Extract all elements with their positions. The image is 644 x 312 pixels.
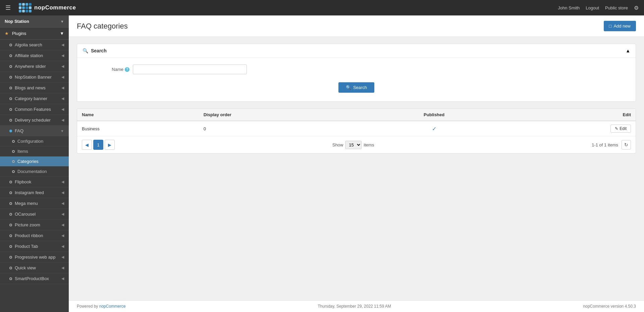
sidebar-sub-item-configuration[interactable]: Configuration [0, 136, 69, 146]
sidebar-circle [9, 87, 12, 89]
sidebar-item-algolia-search[interactable]: Algolia search ◀ [0, 40, 69, 50]
sidebar-item-arrow: ◀ [61, 64, 64, 69]
sidebar-item-label: NopStation Banner [15, 75, 52, 80]
nop-station-arrow: ▼ [60, 19, 64, 24]
sidebar-sub-item-categories[interactable]: Categories [0, 157, 69, 167]
sidebar-item-label: Progressive web app [15, 255, 55, 260]
sidebar-item-arrow: ◀ [61, 180, 64, 184]
gear-icon[interactable]: ⚙ [634, 5, 639, 11]
edit-pencil-icon: ✎ [615, 126, 618, 131]
sidebar-item-nopstation-banner[interactable]: NopStation Banner ◀ [0, 72, 69, 83]
sidebar-item-affiliate-station[interactable]: Affiliate station ◀ [0, 50, 69, 61]
items-info: 1-1 of 1 items [592, 142, 618, 147]
col-published: Published [366, 109, 502, 121]
show-label: Show [332, 142, 343, 147]
help-icon[interactable]: ? [125, 67, 129, 72]
sidebar-item-arrow: ◀ [61, 244, 64, 249]
edit-label: Edit [620, 126, 627, 131]
sidebar-item-blogs-news[interactable]: Blogs and news ◀ [0, 83, 69, 93]
sidebar-item-product-tab[interactable]: Product Tab ◀ [0, 241, 69, 252]
sidebar-item-arrow: ◀ [61, 86, 64, 90]
add-new-button[interactable]: □ Add new [604, 21, 636, 31]
sidebar-circle [9, 213, 12, 216]
logout-link[interactable]: Logout [586, 5, 599, 10]
sidebar-sub-item-label: Documentation [17, 169, 47, 174]
sidebar-item-label: Mega menu [15, 201, 38, 206]
search-actions: 🔍 Search [83, 79, 630, 95]
sidebar-sub-item-documentation[interactable]: Documentation [0, 167, 69, 177]
plugins-arrow: ▼ [60, 31, 64, 36]
edit-button[interactable]: ✎ Edit [610, 125, 631, 133]
sidebar-item-label: Algolia search [15, 42, 42, 47]
sidebar-item-arrow: ◀ [61, 75, 64, 79]
sidebar-item-anywhere-slider[interactable]: Anywhere slider ◀ [0, 61, 69, 72]
search-button[interactable]: 🔍 Search [338, 82, 374, 93]
sidebar-circle [12, 150, 15, 153]
search-panel-body: Name ? 🔍 Search [77, 58, 636, 101]
sidebar-item-arrow: ◀ [61, 223, 64, 227]
hamburger-icon[interactable]: ☰ [5, 4, 11, 11]
sidebar-item-mega-menu[interactable]: Mega menu ◀ [0, 198, 69, 209]
search-panel-header[interactable]: 🔍 Search ▲ [77, 44, 636, 58]
cell-name: Business [77, 121, 199, 136]
add-new-label: Add new [613, 24, 631, 29]
sidebar-circle [9, 65, 12, 68]
sidebar-item-quick-view[interactable]: Quick view ◀ [0, 263, 69, 273]
sidebar-item-label: Anywhere slider [15, 64, 46, 69]
logo: ☰ nopCommerce [5, 3, 558, 12]
sidebar-item-smart-product-box[interactable]: SmartProductBox ◀ [0, 273, 69, 284]
show-select[interactable]: 15 25 50 [345, 141, 362, 149]
next-page-button[interactable]: ▶ [105, 140, 115, 150]
sidebar-circle [9, 54, 12, 57]
sidebar-item-instagram-feed[interactable]: Instagram feed ◀ [0, 187, 69, 198]
refresh-button[interactable]: ↻ [622, 140, 631, 149]
sidebar-circle [9, 224, 12, 226]
powered-by-link[interactable]: nopCommerce [99, 304, 126, 309]
collapse-icon: ▲ [626, 48, 630, 53]
sidebar-circle [9, 119, 12, 122]
sidebar-sub-item-label: Items [17, 149, 28, 154]
public-store-link[interactable]: Public store [605, 5, 628, 10]
sidebar-item-category-banner[interactable]: Category banner ◀ [0, 93, 69, 104]
name-input[interactable] [133, 64, 247, 74]
sidebar-item-arrow: ▼ [60, 129, 64, 133]
sidebar-item-picture-zoom[interactable]: Picture zoom ◀ [0, 220, 69, 230]
prev-page-button[interactable]: ◀ [82, 140, 92, 150]
page-title: FAQ categories [77, 22, 128, 31]
sidebar-item-flipbook[interactable]: Flipbook ◀ [0, 177, 69, 187]
main-body: 🔍 Search ▲ Name ? 🔍 [69, 37, 644, 300]
sidebar-item-arrow: ◀ [61, 255, 64, 259]
search-panel: 🔍 Search ▲ Name ? 🔍 [77, 44, 636, 102]
pagination: ◀ 1 ▶ [82, 140, 115, 150]
table-row: Business 0 ✓ ✎ Edit [77, 121, 636, 136]
name-form-row: Name ? [83, 64, 630, 74]
sidebar-circle [9, 256, 12, 259]
sidebar-item-label: Affiliate station [15, 53, 43, 58]
sidebar-item-ocarousel[interactable]: OCarousel ◀ [0, 209, 69, 220]
sidebar-sub-item-items[interactable]: Items [0, 146, 69, 157]
page-1-button[interactable]: 1 [93, 140, 103, 150]
layout: Nop Station ▼ ★ Plugins ▼ Algolia search… [0, 15, 644, 312]
sidebar-item-label: OCarousel [15, 212, 36, 217]
sidebar-plugins[interactable]: ★ Plugins ▼ [0, 28, 69, 40]
footer: Powered by nopCommerce Thursday, Septemb… [69, 300, 644, 312]
topnav: ☰ nopCommerce John Smith Logout Public s… [0, 0, 644, 15]
plugins-label: ★ Plugins [5, 31, 26, 36]
pagination-right: 1-1 of 1 items ↻ [592, 140, 631, 149]
col-name: Name [77, 109, 199, 121]
sidebar-item-product-ribbon[interactable]: Product ribbon ◀ [0, 230, 69, 241]
topnav-right: John Smith Logout Public store ⚙ [558, 5, 639, 11]
sidebar-circle [12, 170, 15, 173]
published-check-icon: ✓ [432, 126, 436, 132]
sidebar-nop-station[interactable]: Nop Station ▼ [0, 15, 69, 28]
sidebar-circle [9, 234, 12, 237]
sidebar-item-arrow: ◀ [61, 212, 64, 216]
sidebar-item-common-features[interactable]: Common Features ◀ [0, 104, 69, 115]
plugin-icon: ★ [5, 31, 9, 36]
sidebar-circle [9, 44, 12, 46]
sidebar-item-label: Quick view [15, 265, 36, 270]
sidebar-item-faq[interactable]: FAQ ▼ [0, 126, 69, 136]
sidebar-item-progressive-web-app[interactable]: Progressive web app ◀ [0, 252, 69, 263]
sidebar-item-delivery-scheduler[interactable]: Delivery scheduler ◀ [0, 115, 69, 126]
sidebar-item-arrow: ◀ [61, 201, 64, 206]
